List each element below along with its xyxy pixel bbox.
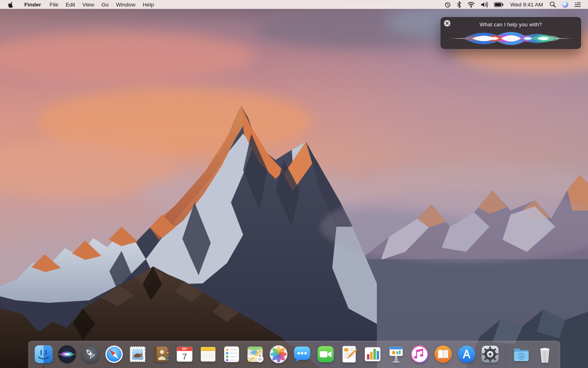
svg-text:SEP: SEP bbox=[182, 347, 188, 350]
siri-popup: What can I help you with? bbox=[440, 17, 581, 49]
status-icons-right bbox=[547, 0, 584, 9]
dock: SEP73D bbox=[28, 341, 560, 368]
menu-view[interactable]: View bbox=[79, 0, 98, 9]
dock-separator bbox=[505, 344, 506, 365]
dock-icon-calendar[interactable]: SEP7 bbox=[174, 344, 195, 365]
svg-text:7: 7 bbox=[182, 352, 187, 361]
menu-bar-status: Wed 9:41 AM bbox=[441, 0, 588, 9]
status-icons-left bbox=[441, 0, 507, 9]
menu-edit[interactable]: Edit bbox=[62, 0, 79, 9]
menu-bar-clock[interactable]: Wed 9:41 AM bbox=[507, 2, 547, 8]
dock-icon-app-store[interactable] bbox=[456, 344, 477, 365]
menu-bar-left: FinderFileEditViewGoWindowHelp bbox=[0, 0, 158, 9]
svg-text:3D: 3D bbox=[258, 358, 262, 361]
menu-go[interactable]: Go bbox=[98, 0, 112, 9]
dock-icon-safari[interactable] bbox=[103, 344, 124, 365]
dock-icon-maps[interactable]: 3D bbox=[244, 344, 265, 365]
dock-icon-messages[interactable] bbox=[291, 344, 312, 365]
menu-help[interactable]: Help bbox=[139, 0, 158, 9]
menu-file[interactable]: File bbox=[46, 0, 62, 9]
dock-icon-launchpad[interactable] bbox=[80, 344, 101, 365]
dock-icon-pages[interactable] bbox=[338, 344, 359, 365]
close-icon[interactable] bbox=[444, 20, 451, 27]
menu-bar: FinderFileEditViewGoWindowHelp Wed 9:41 … bbox=[0, 0, 588, 9]
dock-icon-system-preferences[interactable] bbox=[479, 344, 500, 365]
dock-icon-photos[interactable] bbox=[268, 344, 289, 365]
wallpaper-sierra-mountains bbox=[0, 0, 588, 368]
time-machine-icon[interactable] bbox=[441, 0, 454, 9]
dock-icon-ibooks[interactable] bbox=[432, 344, 453, 365]
siri-waveform bbox=[445, 29, 577, 48]
dock-icon-contacts[interactable] bbox=[150, 344, 171, 365]
menu-finder[interactable]: Finder bbox=[21, 0, 46, 9]
siri-prompt: What can I help you with? bbox=[440, 21, 581, 28]
apple-logo-icon[interactable] bbox=[0, 0, 21, 9]
bluetooth-icon[interactable] bbox=[454, 0, 464, 9]
dock-icon-downloads[interactable] bbox=[511, 344, 532, 365]
menu-window[interactable]: Window bbox=[112, 0, 139, 9]
dock-icon-siri[interactable] bbox=[56, 344, 77, 365]
dock-icon-numbers[interactable] bbox=[362, 344, 383, 365]
siri-icon[interactable] bbox=[559, 0, 571, 9]
dock-icon-facetime[interactable] bbox=[315, 344, 336, 365]
dock-icon-mail[interactable] bbox=[127, 344, 148, 365]
wifi-icon[interactable] bbox=[464, 0, 478, 9]
dock-icon-notes[interactable] bbox=[197, 344, 218, 365]
spotlight-icon[interactable] bbox=[547, 0, 559, 9]
notification-center-icon[interactable] bbox=[571, 0, 584, 9]
battery-icon[interactable] bbox=[491, 0, 507, 9]
dock-icon-itunes[interactable] bbox=[409, 344, 430, 365]
running-indicator bbox=[43, 366, 44, 368]
dock-icon-trash[interactable] bbox=[534, 344, 555, 365]
app-menus: FinderFileEditViewGoWindowHelp bbox=[21, 0, 158, 9]
dock-icon-reminders[interactable] bbox=[221, 344, 242, 365]
dock-icon-finder[interactable] bbox=[33, 344, 54, 365]
dock-icon-keynote[interactable] bbox=[385, 344, 406, 365]
volume-icon[interactable] bbox=[478, 0, 491, 9]
